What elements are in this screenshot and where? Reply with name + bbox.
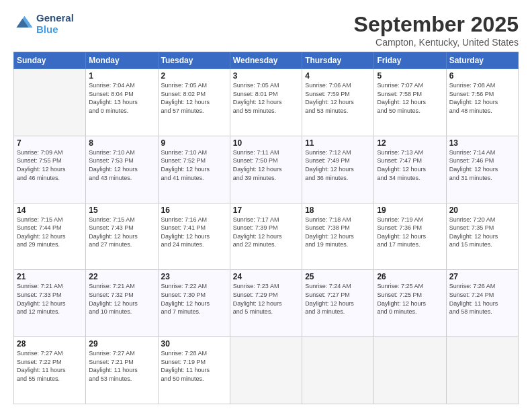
day-detail: Sunrise: 7:20 AM Sunset: 7:35 PM Dayligh… xyxy=(449,216,515,249)
calendar-day-20: 20Sunrise: 7:20 AM Sunset: 7:35 PM Dayli… xyxy=(446,203,518,270)
day-detail: Sunrise: 7:06 AM Sunset: 7:59 PM Dayligh… xyxy=(305,81,371,115)
day-number: 8 xyxy=(89,138,154,148)
logo-text: General Blue xyxy=(36,12,74,35)
weekday-header-row: SundayMondayTuesdayWednesdayThursdayFrid… xyxy=(14,52,519,69)
day-detail: Sunrise: 7:21 AM Sunset: 7:33 PM Dayligh… xyxy=(17,282,83,316)
day-detail: Sunrise: 7:26 AM Sunset: 7:24 PM Dayligh… xyxy=(449,282,515,316)
calendar-day-26: 26Sunrise: 7:25 AM Sunset: 7:25 PM Dayli… xyxy=(374,270,446,337)
day-number: 23 xyxy=(161,272,227,281)
calendar-empty-cell xyxy=(230,337,302,404)
day-number: 29 xyxy=(89,339,154,349)
day-detail: Sunrise: 7:13 AM Sunset: 7:47 PM Dayligh… xyxy=(377,148,443,182)
calendar-day-10: 10Sunrise: 7:11 AM Sunset: 7:50 PM Dayli… xyxy=(230,136,302,203)
month-title: September 2025 xyxy=(354,12,519,37)
day-number: 26 xyxy=(377,272,443,281)
day-number: 7 xyxy=(17,138,83,148)
day-number: 16 xyxy=(161,205,227,215)
day-detail: Sunrise: 7:10 AM Sunset: 7:52 PM Dayligh… xyxy=(161,148,227,182)
calendar-day-23: 23Sunrise: 7:22 AM Sunset: 7:30 PM Dayli… xyxy=(158,270,230,337)
day-number: 2 xyxy=(161,71,227,81)
day-number: 11 xyxy=(305,138,371,148)
header: General Blue September 2025 Campton, Ken… xyxy=(13,12,519,48)
calendar-day-18: 18Sunrise: 7:18 AM Sunset: 7:38 PM Dayli… xyxy=(302,203,374,270)
day-number: 30 xyxy=(161,339,227,349)
day-number: 19 xyxy=(377,205,443,215)
weekday-header-friday: Friday xyxy=(374,52,446,69)
calendar-day-29: 29Sunrise: 7:27 AM Sunset: 7:21 PM Dayli… xyxy=(86,337,158,404)
day-detail: Sunrise: 7:09 AM Sunset: 7:55 PM Dayligh… xyxy=(17,148,83,182)
calendar-day-16: 16Sunrise: 7:16 AM Sunset: 7:41 PM Dayli… xyxy=(158,203,230,270)
day-number: 15 xyxy=(89,205,154,215)
calendar-day-13: 13Sunrise: 7:14 AM Sunset: 7:46 PM Dayli… xyxy=(446,136,518,203)
calendar-week-row: 28Sunrise: 7:27 AM Sunset: 7:22 PM Dayli… xyxy=(14,337,519,404)
day-number: 10 xyxy=(233,138,299,148)
day-number: 14 xyxy=(17,205,83,215)
day-number: 24 xyxy=(233,272,299,281)
day-detail: Sunrise: 7:07 AM Sunset: 7:58 PM Dayligh… xyxy=(377,81,443,115)
page: General Blue September 2025 Campton, Ken… xyxy=(0,0,532,411)
calendar-week-row: 14Sunrise: 7:15 AM Sunset: 7:44 PM Dayli… xyxy=(14,203,519,270)
day-number: 25 xyxy=(305,272,371,281)
day-detail: Sunrise: 7:27 AM Sunset: 7:21 PM Dayligh… xyxy=(89,349,154,383)
calendar-day-11: 11Sunrise: 7:12 AM Sunset: 7:49 PM Dayli… xyxy=(302,136,374,203)
calendar-week-row: 21Sunrise: 7:21 AM Sunset: 7:33 PM Dayli… xyxy=(14,270,519,337)
day-detail: Sunrise: 7:04 AM Sunset: 8:04 PM Dayligh… xyxy=(89,81,154,115)
day-detail: Sunrise: 7:22 AM Sunset: 7:30 PM Dayligh… xyxy=(161,282,227,316)
day-detail: Sunrise: 7:12 AM Sunset: 7:49 PM Dayligh… xyxy=(305,148,371,182)
day-number: 21 xyxy=(17,272,83,281)
day-detail: Sunrise: 7:15 AM Sunset: 7:43 PM Dayligh… xyxy=(89,216,154,249)
day-detail: Sunrise: 7:19 AM Sunset: 7:36 PM Dayligh… xyxy=(377,216,443,249)
calendar-day-7: 7Sunrise: 7:09 AM Sunset: 7:55 PM Daylig… xyxy=(14,136,86,203)
calendar-day-15: 15Sunrise: 7:15 AM Sunset: 7:43 PM Dayli… xyxy=(86,203,158,270)
weekday-header-sunday: Sunday xyxy=(14,52,86,69)
calendar-day-19: 19Sunrise: 7:19 AM Sunset: 7:36 PM Dayli… xyxy=(374,203,446,270)
weekday-header-thursday: Thursday xyxy=(302,52,374,69)
day-number: 4 xyxy=(305,71,371,81)
calendar-empty-cell xyxy=(446,337,518,404)
day-number: 9 xyxy=(161,138,227,148)
day-number: 1 xyxy=(89,71,154,81)
calendar-day-2: 2Sunrise: 7:05 AM Sunset: 8:02 PM Daylig… xyxy=(158,69,230,136)
calendar-table: SundayMondayTuesdayWednesdayThursdayFrid… xyxy=(13,52,519,404)
calendar-day-5: 5Sunrise: 7:07 AM Sunset: 7:58 PM Daylig… xyxy=(374,69,446,136)
calendar-day-27: 27Sunrise: 7:26 AM Sunset: 7:24 PM Dayli… xyxy=(446,270,518,337)
calendar-day-4: 4Sunrise: 7:06 AM Sunset: 7:59 PM Daylig… xyxy=(302,69,374,136)
day-number: 20 xyxy=(449,205,515,215)
weekday-header-wednesday: Wednesday xyxy=(230,52,302,69)
day-number: 27 xyxy=(449,272,515,281)
day-detail: Sunrise: 7:23 AM Sunset: 7:29 PM Dayligh… xyxy=(233,282,299,316)
day-number: 6 xyxy=(449,71,515,81)
day-detail: Sunrise: 7:18 AM Sunset: 7:38 PM Dayligh… xyxy=(305,216,371,249)
day-detail: Sunrise: 7:16 AM Sunset: 7:41 PM Dayligh… xyxy=(161,216,227,249)
day-detail: Sunrise: 7:24 AM Sunset: 7:27 PM Dayligh… xyxy=(305,282,371,316)
day-detail: Sunrise: 7:05 AM Sunset: 8:02 PM Dayligh… xyxy=(161,81,227,115)
day-detail: Sunrise: 7:27 AM Sunset: 7:22 PM Dayligh… xyxy=(17,349,83,383)
calendar-day-3: 3Sunrise: 7:05 AM Sunset: 8:01 PM Daylig… xyxy=(230,69,302,136)
day-number: 3 xyxy=(233,71,299,81)
day-detail: Sunrise: 7:17 AM Sunset: 7:39 PM Dayligh… xyxy=(233,216,299,249)
weekday-header-saturday: Saturday xyxy=(446,52,518,69)
day-detail: Sunrise: 7:21 AM Sunset: 7:32 PM Dayligh… xyxy=(89,282,154,316)
calendar-empty-cell xyxy=(302,337,374,404)
title-area: September 2025 Campton, Kentucky, United… xyxy=(354,12,519,48)
calendar-day-1: 1Sunrise: 7:04 AM Sunset: 8:04 PM Daylig… xyxy=(86,69,158,136)
calendar-empty-cell xyxy=(374,337,446,404)
day-detail: Sunrise: 7:14 AM Sunset: 7:46 PM Dayligh… xyxy=(449,148,515,182)
calendar-day-21: 21Sunrise: 7:21 AM Sunset: 7:33 PM Dayli… xyxy=(14,270,86,337)
calendar-day-22: 22Sunrise: 7:21 AM Sunset: 7:32 PM Dayli… xyxy=(86,270,158,337)
day-detail: Sunrise: 7:05 AM Sunset: 8:01 PM Dayligh… xyxy=(233,81,299,115)
calendar-day-24: 24Sunrise: 7:23 AM Sunset: 7:29 PM Dayli… xyxy=(230,270,302,337)
calendar-day-9: 9Sunrise: 7:10 AM Sunset: 7:52 PM Daylig… xyxy=(158,136,230,203)
calendar-empty-cell xyxy=(14,69,86,136)
calendar-day-8: 8Sunrise: 7:10 AM Sunset: 7:53 PM Daylig… xyxy=(86,136,158,203)
calendar-day-30: 30Sunrise: 7:28 AM Sunset: 7:19 PM Dayli… xyxy=(158,337,230,404)
day-number: 18 xyxy=(305,205,371,215)
calendar-day-6: 6Sunrise: 7:08 AM Sunset: 7:56 PM Daylig… xyxy=(446,69,518,136)
calendar-day-25: 25Sunrise: 7:24 AM Sunset: 7:27 PM Dayli… xyxy=(302,270,374,337)
calendar-day-12: 12Sunrise: 7:13 AM Sunset: 7:47 PM Dayli… xyxy=(374,136,446,203)
day-number: 13 xyxy=(449,138,515,148)
calendar-week-row: 1Sunrise: 7:04 AM Sunset: 8:04 PM Daylig… xyxy=(14,69,519,136)
day-detail: Sunrise: 7:08 AM Sunset: 7:56 PM Dayligh… xyxy=(449,81,515,115)
day-number: 12 xyxy=(377,138,443,148)
calendar-week-row: 7Sunrise: 7:09 AM Sunset: 7:55 PM Daylig… xyxy=(14,136,519,203)
